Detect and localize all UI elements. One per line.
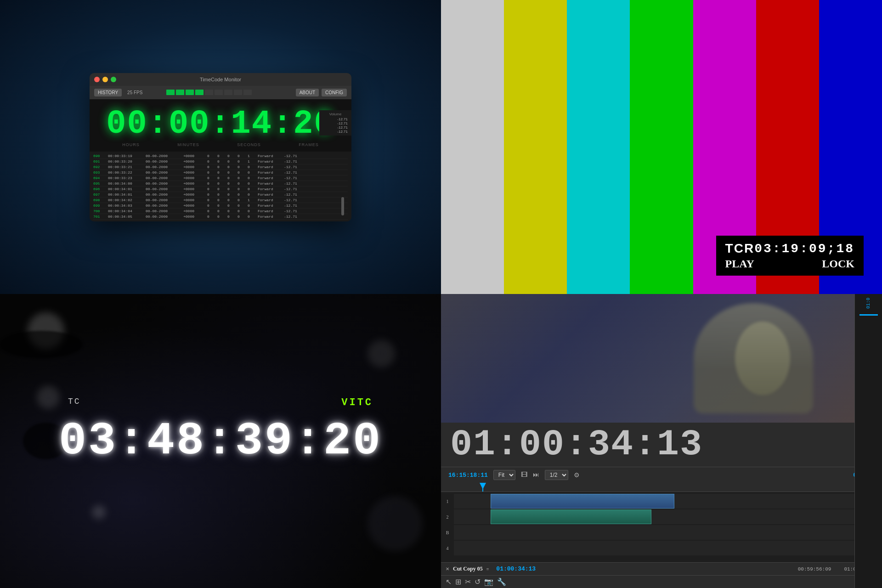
history-button[interactable]: HISTORY	[94, 89, 122, 96]
vitc-label: VITC	[341, 397, 373, 408]
cell-tc: 00:00:33:19	[108, 154, 145, 158]
main-timecode: 00:00:14:20	[99, 107, 342, 141]
seq-menu-icon[interactable]: ≡	[486, 566, 489, 571]
timeline-ruler	[441, 483, 882, 492]
cell-id: 690	[93, 154, 107, 158]
tcr-play-status: PLAY	[725, 258, 754, 270]
bokeh-5	[368, 340, 395, 368]
tcr-status-row: PLAY LOCK	[725, 258, 854, 270]
premiere-main-timecode: 01:00:34:13	[441, 423, 882, 467]
cell-v1: 0	[207, 154, 216, 158]
dark-shape-1	[0, 331, 83, 358]
quadrant-premiere: 01:00:34:13 16:15:18:11 Fit 🎞 ⏭ 1/2 ⚙ 00…	[441, 294, 882, 588]
clip-2[interactable]	[491, 509, 651, 524]
table-row: 692 00:00:33:21 00-00-2000 +0000 00 00 0…	[93, 164, 348, 170]
bar-white	[441, 0, 504, 294]
select-tool-icon[interactable]: ⊞	[455, 577, 461, 586]
right-panel: 01:0	[854, 294, 882, 588]
timeline-area: 1 2 B 4	[441, 483, 882, 562]
seq-tc-start: 00:59:56:09	[798, 566, 831, 572]
frames-label: FRAMES	[299, 142, 319, 147]
track-label-1: 1	[441, 499, 454, 504]
cell-range: 00-00-2000	[146, 154, 182, 158]
track-label-4: 4	[441, 546, 454, 551]
cell-v2: 0	[217, 154, 226, 158]
table-row: 700 00:00:34:04 00-00-2000 +0000 00 00 0…	[93, 209, 348, 214]
table-row: 691 00:00:33:20 00-00-2000 +0000 0 0 0 0…	[93, 159, 348, 164]
bokeh-4	[92, 505, 106, 519]
seg9	[243, 90, 252, 95]
refresh-icon[interactable]: ↺	[475, 577, 481, 586]
tcr-timecode: 03:19:09;18	[754, 242, 854, 256]
seg2	[176, 90, 184, 95]
hours-label: HOURS	[122, 142, 140, 147]
close-dot[interactable]	[94, 77, 100, 82]
cell-offset: +0000	[183, 154, 206, 158]
vol2: -12.71	[323, 121, 348, 125]
ripple-tool-icon[interactable]: ✂	[465, 577, 471, 586]
right-panel-tc: 01:0	[866, 298, 871, 309]
vitc-display-container: VITC TC 03:48:39:20	[59, 415, 382, 467]
seg6	[215, 90, 223, 95]
timecode-display: 00:00:14:20 HOURS MINUTES SECONDS FRAMES	[90, 99, 351, 152]
seq-close-button[interactable]: ✕	[446, 566, 449, 571]
minutes-label: MINUTES	[177, 142, 199, 147]
tcr-overlay: TCR 03:19:09;18 PLAY LOCK	[716, 236, 864, 276]
minimize-dot[interactable]	[102, 77, 108, 82]
clip-1[interactable]	[491, 494, 674, 509]
tc-label: TC	[68, 397, 81, 406]
pointer-tool-icon[interactable]: ↖	[446, 577, 452, 586]
seq-current-timecode: 01:00:34:13	[496, 565, 536, 572]
seg4	[195, 90, 204, 95]
sequence-panel: ✕ Cut Copy 05 ≡ 01:00:34:13 00:59:56:09 …	[441, 562, 882, 575]
fit-select[interactable]: Fit	[493, 470, 515, 480]
table-row: 695 00:00:34:00 00-00-2000 +0000 00 00 0…	[93, 181, 348, 187]
tcr-time-row: TCR 03:19:09;18	[725, 241, 854, 256]
quadrant-vitc: VITC TC 03:48:39:20	[0, 294, 441, 588]
about-button[interactable]: ABOUT	[296, 89, 319, 96]
sequence-name: Cut Copy 05	[453, 565, 483, 572]
quadrant-timecode-monitor: TimeCode Monitor HISTORY 25 FPS ABOUT CO…	[0, 0, 441, 294]
seg7	[224, 90, 232, 95]
track-content-1	[454, 494, 882, 509]
track-label-B: B	[441, 530, 454, 535]
mac-titlebar: TimeCode Monitor	[90, 73, 351, 86]
cell-v5: 1	[248, 154, 257, 158]
cell-v3: 0	[227, 154, 237, 158]
table-row: 690 00:00:33:19 00-00-2000 +0000 0 0 0 0…	[93, 153, 348, 159]
track-4: 4	[441, 541, 882, 555]
scrollbar[interactable]	[341, 197, 344, 215]
track-1: 1	[441, 494, 882, 509]
bar-cyan	[567, 0, 630, 294]
table-row: 697 00:00:34:01 00-00-2000 +0000 00 00 0…	[93, 192, 348, 198]
right-panel-indicator	[859, 314, 878, 316]
camera-icon[interactable]: 📷	[484, 577, 493, 586]
table-row: 698 00:00:34:02 00-00-2000 +0000 00 00 1…	[93, 198, 348, 203]
vol4: -12.71	[323, 130, 348, 134]
volume-title: Volume	[323, 112, 348, 116]
skip-icon[interactable]: ⏭	[533, 471, 539, 479]
video-preview	[441, 294, 882, 423]
table-row: 701 00:00:34:05 00-00-2000 +0000 00 00 0…	[93, 214, 348, 220]
seg3	[186, 90, 194, 95]
tool-icons-bar: ↖ ⊞ ✂ ↺ 📷 🔧	[441, 575, 882, 588]
maximize-dot[interactable]	[111, 77, 116, 82]
settings-icon[interactable]: ⚙	[574, 471, 580, 479]
seconds-label: SECONDS	[237, 142, 261, 147]
tcr-lock-status: LOCK	[822, 258, 854, 270]
fps-label: 25 FPS	[127, 90, 142, 95]
video-thumbnail	[441, 294, 882, 423]
vol3: -12.71	[323, 125, 348, 130]
film-icon: 🎞	[521, 471, 527, 479]
seg8	[234, 90, 242, 95]
cell-vol: -12.71	[284, 154, 302, 158]
bokeh-2	[37, 386, 60, 409]
timeline-tracks: 1 2 B 4	[441, 492, 882, 557]
timecode-labels: HOURS MINUTES SECONDS FRAMES	[99, 142, 342, 147]
track-2: 2	[441, 509, 882, 524]
fraction-select[interactable]: 1/2	[545, 470, 568, 480]
vol1: -12.71	[323, 117, 348, 121]
wrench-icon[interactable]: 🔧	[497, 577, 506, 586]
playhead-line	[482, 483, 483, 492]
config-button[interactable]: CONFIG	[322, 89, 347, 96]
